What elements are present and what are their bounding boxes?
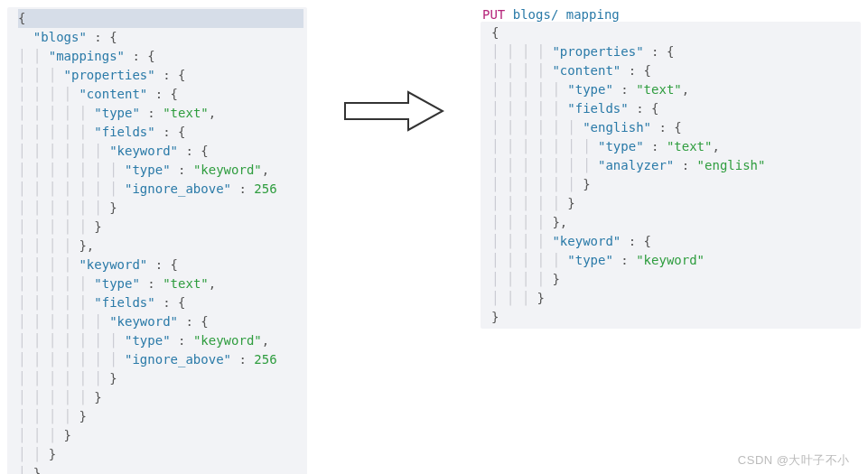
- code-line: │ │ │ │ │ │ │ "ignore_above" : 256: [18, 350, 303, 369]
- code-line: │ │ │ │ │ │ }: [18, 369, 303, 388]
- code-line: {: [18, 9, 303, 28]
- code-line: │ │ "mappings" : {: [18, 47, 303, 66]
- request-line: PUT blogs/_mapping: [481, 7, 861, 22]
- code-line: │ │ │ │ │ │ │ "type" : "text",: [491, 137, 857, 156]
- code-line: │ │ │ │ │ │ │ "type" : "keyword",: [18, 331, 303, 350]
- code-line: │ │ │ │ │ │ }: [491, 175, 857, 194]
- code-line: │ }: [18, 464, 303, 474]
- code-line: │ │ │ │ │ "type" : "text",: [18, 274, 303, 293]
- code-line: │ │ │ │ │ │ "keyword" : {: [18, 142, 303, 161]
- code-line: │ │ │ │ },: [18, 237, 303, 256]
- code-line: │ │ │ }: [491, 289, 857, 308]
- code-line: │ │ │ │ │ "type" : "keyword": [491, 251, 857, 270]
- code-line: │ │ │ │ │ │ │ "type" : "keyword",: [18, 161, 303, 180]
- right-code-block: { │ │ │ │ "properties" : { │ │ │ │ "cont…: [481, 22, 861, 329]
- code-line: │ │ │ │ }: [18, 407, 303, 426]
- code-line: │ │ │ │ │ │ │ "ignore_above" : 256: [18, 180, 303, 199]
- code-line: │ │ │ │ │ "type" : "text",: [18, 104, 303, 123]
- code-line: │ │ │ │ │ │ │ "analyzer" : "english": [491, 156, 857, 175]
- code-line: "blogs" : {: [18, 28, 303, 47]
- code-line: │ │ │ │ │ }: [491, 194, 857, 213]
- code-line: │ │ │ │ "keyword" : {: [491, 232, 857, 251]
- arrow-right-icon: [343, 7, 444, 215]
- code-line: │ │ │ │ │ "fields" : {: [491, 99, 857, 118]
- code-line: │ │ │ │ │ "type" : "text",: [491, 80, 857, 99]
- code-line: │ │ │ │ │ │ "english" : {: [491, 118, 857, 137]
- code-line: │ │ │ │ │ │ }: [18, 199, 303, 218]
- code-line: │ │ │ │ │ }: [18, 218, 303, 237]
- code-line: │ │ │ │ "keyword" : {: [18, 256, 303, 274]
- code-line: │ │ │ │ │ │ "keyword" : {: [18, 312, 303, 331]
- code-line: │ │ │ │ }: [491, 270, 857, 289]
- code-line: │ │ │ │ │ "fields" : {: [18, 293, 303, 312]
- code-line: │ │ │ │ │ "fields" : {: [18, 123, 303, 142]
- code-line: {: [491, 23, 857, 42]
- code-line: │ │ │ │ │ }: [18, 388, 303, 407]
- right-panel: PUT blogs/_mapping { │ │ │ │ "properties…: [481, 7, 861, 329]
- code-line: }: [491, 308, 857, 327]
- left-code-block: { "blogs" : { │ │ "mappings" : { │ │ │ "…: [7, 7, 307, 474]
- code-line: │ │ │ │ },: [491, 213, 857, 232]
- code-line: │ │ │ }: [18, 426, 303, 445]
- code-line: │ │ │ │ "content" : {: [491, 61, 857, 80]
- code-line: │ │ │ │ "content" : {: [18, 85, 303, 104]
- watermark: CSDN @大叶子不小: [738, 452, 850, 469]
- code-line: │ │ │ "properties" : {: [18, 66, 303, 85]
- code-line: │ │ │ │ "properties" : {: [491, 42, 857, 61]
- code-line: │ │ }: [18, 445, 303, 464]
- code-comparison: { "blogs" : { │ │ "mappings" : { │ │ │ "…: [7, 7, 861, 474]
